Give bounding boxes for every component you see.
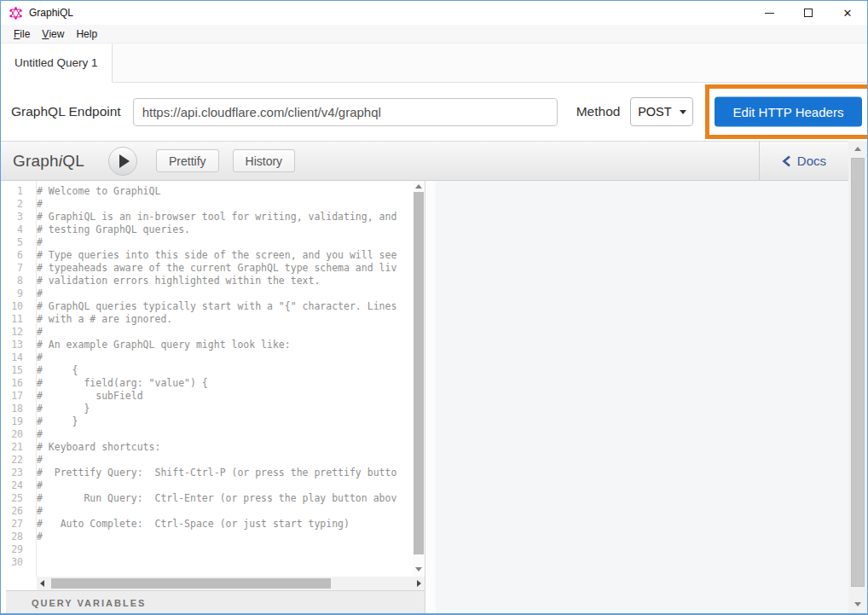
line-number: 1 xyxy=(6,185,29,198)
endpoint-label: GraphQL Endpoint xyxy=(11,104,121,119)
code-line: 22 # xyxy=(6,454,413,467)
code-text: # subField xyxy=(37,390,143,403)
scroll-down-icon[interactable] xyxy=(415,567,422,571)
code-text: # GraphiQL is an in-browser tool for wri… xyxy=(37,211,396,223)
code-text: # xyxy=(37,479,43,492)
line-number: 28 xyxy=(6,531,29,543)
code-line: 18 # } xyxy=(6,403,413,415)
code-line: 26 # xyxy=(6,505,413,518)
app-vertical-scrollbar[interactable] xyxy=(848,141,867,614)
code-line: 23 # Prettify Query: Shift-Ctrl-P (or pr… xyxy=(6,467,413,479)
code-line: 15 # { xyxy=(6,364,413,377)
code-line: 3 # GraphiQL is an in-browser tool for w… xyxy=(6,211,413,223)
code-text: # An example GraphQL query might look li… xyxy=(37,339,291,351)
scroll-up-icon[interactable] xyxy=(415,184,422,189)
code-text: # with a # are ignored. xyxy=(37,313,172,326)
code-line: 1 # Welcome to GraphiQL xyxy=(6,185,413,198)
editor-horizontal-scrollbar[interactable] xyxy=(37,577,425,590)
code-text: # Type queries into this side of the scr… xyxy=(37,249,396,262)
line-number: 23 xyxy=(6,467,29,479)
close-icon: ✕ xyxy=(843,8,853,19)
code-line: 11 # with a # are ignored. xyxy=(6,313,413,326)
code-line: 12 # xyxy=(6,326,413,339)
line-number: 6 xyxy=(6,249,29,262)
close-button[interactable]: ✕ xyxy=(828,1,867,25)
code-text: # xyxy=(37,236,43,249)
code-line: 25 # Run Query: Ctrl-Enter (or press the… xyxy=(6,492,413,505)
menu-item[interactable]: File xyxy=(8,25,36,43)
method-label: Method xyxy=(576,104,621,119)
tab-bar: Untitled Query 1 xyxy=(1,44,867,83)
scroll-right-icon[interactable] xyxy=(417,580,421,587)
titlebar: GraphiQL ✕ xyxy=(1,1,867,25)
code-text: # xyxy=(37,505,43,518)
line-number: 24 xyxy=(6,479,29,492)
execute-query-button[interactable] xyxy=(108,147,137,176)
line-number: 22 xyxy=(6,454,29,467)
graphql-logo-icon xyxy=(9,7,22,20)
code-line: 5 # xyxy=(6,236,413,249)
line-number: 11 xyxy=(6,313,29,326)
line-number: 27 xyxy=(6,518,29,531)
method-select[interactable]: POST xyxy=(630,97,693,126)
code-line: 7 # typeaheads aware of the current Grap… xyxy=(6,262,413,275)
code-text: # Keyboard shortcuts: xyxy=(37,441,160,454)
code-line: 10 # GraphQL queries typically start wit… xyxy=(6,300,413,313)
code-line: 24 # xyxy=(6,479,413,492)
history-button[interactable]: History xyxy=(233,149,296,172)
docs-button[interactable]: Docs xyxy=(759,142,848,180)
code-line: 14 # xyxy=(6,351,413,364)
code-text: # testing GraphQL queries. xyxy=(37,223,190,236)
query-editor[interactable]: 1 # Welcome to GraphiQL 2 # 3 # GraphiQL… xyxy=(6,181,413,577)
line-number: 25 xyxy=(6,492,29,505)
editor-hscroll-thumb[interactable] xyxy=(51,578,331,589)
tab-untitled-query-1[interactable]: Untitled Query 1 xyxy=(1,44,113,83)
menu-item[interactable]: View xyxy=(36,25,70,43)
chevron-left-icon xyxy=(782,155,791,167)
code-text: # Welcome to GraphiQL xyxy=(37,185,160,198)
code-line: 19 # } xyxy=(6,415,413,428)
app-scroll-thumb[interactable] xyxy=(851,158,865,587)
code-text: # xyxy=(37,351,43,364)
code-text: # typeaheads aware of the current GraphQ… xyxy=(37,262,396,275)
editor-vscroll-thumb[interactable] xyxy=(414,192,424,554)
line-number: 5 xyxy=(6,236,29,249)
code-line: 28 # xyxy=(6,531,413,543)
code-text: # xyxy=(37,454,43,467)
line-number: 29 xyxy=(6,543,29,556)
window-controls: ✕ xyxy=(749,1,867,25)
maximize-icon xyxy=(804,9,813,17)
edit-http-headers-button[interactable]: Edit HTTP Headers xyxy=(715,97,862,127)
line-number: 7 xyxy=(6,262,29,275)
code-text: # Prettify Query: Shift-Ctrl-P (or press… xyxy=(37,467,396,479)
tab-label: Untitled Query 1 xyxy=(14,56,98,69)
query-editor-pane: 1 # Welcome to GraphiQL 2 # 3 # GraphiQL… xyxy=(6,181,425,590)
endpoint-row: GraphQL Endpoint Method POST Edit HTTP H… xyxy=(1,83,867,141)
scroll-down-icon[interactable] xyxy=(854,602,861,606)
line-number: 18 xyxy=(6,403,29,415)
line-number: 15 xyxy=(6,364,29,377)
menu-item[interactable]: Help xyxy=(70,25,103,43)
prettify-button[interactable]: Prettify xyxy=(156,149,219,172)
result-pane xyxy=(436,181,848,614)
code-text: # xyxy=(37,531,43,543)
line-number: 10 xyxy=(6,300,29,313)
window-title: GraphiQL xyxy=(29,7,73,19)
code-text: # } xyxy=(37,403,90,415)
editor-vertical-scrollbar[interactable] xyxy=(413,181,425,577)
scroll-left-icon[interactable] xyxy=(40,580,44,587)
maximize-button[interactable] xyxy=(789,1,828,25)
code-line: 6 # Type queries into this side of the s… xyxy=(6,249,413,262)
minimize-button[interactable] xyxy=(749,1,789,25)
endpoint-input[interactable] xyxy=(133,98,558,126)
graphiql-content: GraphiQL Prettify History Docs 1 # Welco xyxy=(1,141,867,614)
minimize-icon xyxy=(765,13,774,14)
method-value: POST xyxy=(638,105,671,119)
code-line: 13 # An example GraphQL query might look… xyxy=(6,339,413,351)
code-text: # } xyxy=(37,415,78,428)
scroll-up-icon[interactable] xyxy=(854,147,861,151)
query-variables-bar[interactable]: QUERY VARIABLES xyxy=(6,590,425,614)
code-line: 21 # Keyboard shortcuts: xyxy=(6,441,413,454)
line-number: 16 xyxy=(6,377,29,390)
code-text: # Auto Complete: Ctrl-Space (or just sta… xyxy=(37,518,350,531)
